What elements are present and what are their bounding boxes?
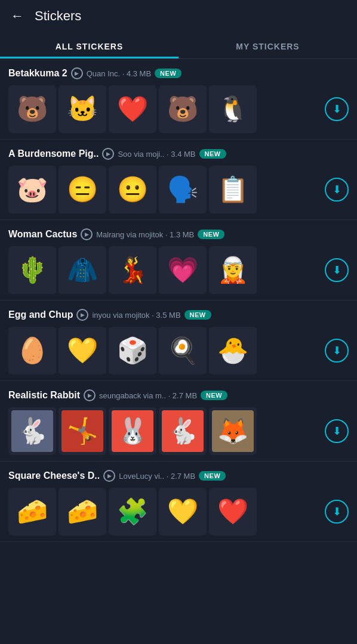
svg-text:🤸: 🤸 (67, 416, 99, 446)
sticker-thumb[interactable]: 🐱 (59, 85, 106, 133)
svg-text:🐇: 🐇 (17, 416, 48, 446)
download-icon: ⬇ (333, 184, 341, 195)
sticker-thumb[interactable]: 🐻 (8, 85, 56, 133)
svg-text:🐻: 🐻 (17, 94, 48, 124)
app-header: ← Stickers (0, 0, 357, 32)
svg-text:💛: 💛 (67, 336, 99, 366)
play-preview-icon[interactable]: ▶ (71, 67, 83, 79)
pack-header: Realistic Rabbit▶seungaback via m.. · 2.… (0, 389, 357, 407)
play-preview-icon[interactable]: ▶ (102, 148, 114, 160)
svg-text:💃: 💃 (117, 255, 149, 285)
sticker-thumb[interactable]: 🌵 (8, 246, 56, 294)
sticker-thumb[interactable]: 🐰 (109, 407, 156, 455)
sticker-thumb[interactable]: 💗 (159, 246, 207, 294)
download-button[interactable]: ⬇ (325, 258, 349, 282)
back-button[interactable]: ← (11, 8, 24, 24)
svg-text:🐧: 🐧 (217, 94, 249, 124)
svg-text:😑: 😑 (67, 175, 99, 205)
sticker-row: 🌵🧥💃💗🧝⬇ (0, 246, 357, 294)
new-badge: NEW (198, 230, 224, 239)
pack-title: A Burdensome Pig.. (8, 148, 99, 159)
sticker-thumb[interactable]: 📋 (209, 166, 257, 213)
sticker-thumb[interactable]: ❤️ (109, 85, 156, 133)
pack-meta: LoveLucy vi.. · 2.7 MB (119, 472, 195, 481)
download-icon: ⬇ (333, 265, 341, 275)
sticker-thumb[interactable]: ❤️ (209, 488, 257, 535)
sticker-thumb[interactable]: 🧀 (59, 488, 106, 535)
svg-text:🐱: 🐱 (67, 94, 99, 124)
sticker-thumb[interactable]: 🐇 (8, 407, 56, 455)
sticker-row: 🐷😑😐🗣️📋⬇ (0, 166, 357, 213)
svg-text:🐣: 🐣 (217, 336, 249, 366)
sticker-thumbnails: 🧀🧀🧩💛❤️ (8, 488, 319, 535)
sticker-pack-square-cheese: Square Cheese's D..▶LoveLucy vi.. · 2.7 … (0, 462, 357, 542)
svg-text:🧀: 🧀 (17, 497, 48, 527)
svg-text:🐻: 🐻 (167, 94, 199, 124)
sticker-thumb[interactable]: 🗣️ (159, 166, 207, 213)
sticker-thumb[interactable]: 🐧 (209, 85, 257, 133)
svg-text:🐰: 🐰 (117, 416, 149, 446)
svg-text:📋: 📋 (217, 175, 249, 205)
sticker-pack-woman-cactus: Woman Cactus▶Malrang via mojitok · 1.3 M… (0, 220, 357, 301)
download-button[interactable]: ⬇ (325, 339, 349, 363)
play-preview-icon[interactable]: ▶ (81, 228, 93, 240)
tab-all-stickers[interactable]: ALL STICKERS (0, 32, 178, 58)
svg-text:🧝: 🧝 (217, 255, 249, 285)
pack-meta: inyou via mojitok · 3.5 MB (92, 311, 180, 320)
sticker-row: 🐇🤸🐰🐇🦊⬇ (0, 407, 357, 455)
sticker-thumb[interactable]: 🧩 (109, 488, 156, 535)
new-badge: NEW (201, 391, 227, 400)
sticker-thumb[interactable]: 🐻 (159, 85, 207, 133)
svg-text:😐: 😐 (117, 175, 149, 205)
pack-header: Woman Cactus▶Malrang via mojitok · 1.3 M… (0, 228, 357, 246)
sticker-thumb[interactable]: 🎲 (109, 327, 156, 374)
svg-text:🧩: 🧩 (117, 497, 149, 527)
sticker-thumb[interactable]: 🐣 (209, 327, 257, 374)
download-button[interactable]: ⬇ (325, 500, 349, 524)
play-preview-icon[interactable]: ▶ (84, 389, 96, 401)
pack-title: Egg and Chup (8, 309, 73, 320)
sticker-thumbnails: 🥚💛🎲🍳🐣 (8, 327, 319, 374)
tab-my-stickers[interactable]: MY STICKERS (178, 32, 357, 58)
pack-header: Betakkuma 2▶Quan Inc. · 4.3 MBNEW (0, 67, 357, 85)
pack-header: Egg and Chup▶inyou via mojitok · 3.5 MBN… (0, 309, 357, 327)
sticker-thumb[interactable]: 🧥 (59, 246, 106, 294)
download-icon: ⬇ (333, 104, 341, 114)
sticker-thumb[interactable]: 💛 (159, 488, 207, 535)
play-preview-icon[interactable]: ▶ (76, 309, 88, 321)
tab-bar: ALL STICKERS MY STICKERS (0, 32, 357, 59)
play-preview-icon[interactable]: ▶ (103, 470, 115, 482)
svg-text:🎲: 🎲 (117, 336, 149, 366)
sticker-thumb[interactable]: 🧀 (8, 488, 56, 535)
sticker-thumb[interactable]: 🤸 (59, 407, 106, 455)
new-badge: NEW (199, 471, 226, 481)
svg-text:🐇: 🐇 (167, 416, 199, 446)
download-icon: ⬇ (333, 426, 341, 436)
sticker-thumb[interactable]: 😐 (109, 166, 156, 213)
svg-text:❤️: ❤️ (217, 497, 249, 527)
pack-header: Square Cheese's D..▶LoveLucy vi.. · 2.7 … (0, 470, 357, 488)
sticker-thumb[interactable]: 💃 (109, 246, 156, 294)
sticker-row: 🧀🧀🧩💛❤️⬇ (0, 488, 357, 535)
new-badge: NEW (184, 310, 211, 320)
sticker-thumb[interactable]: 🐷 (8, 166, 56, 213)
sticker-thumb[interactable]: 🐇 (159, 407, 207, 455)
sticker-thumb[interactable]: 💛 (59, 327, 106, 374)
download-button[interactable]: ⬇ (325, 97, 349, 121)
sticker-list: Betakkuma 2▶Quan Inc. · 4.3 MBNEW🐻🐱❤️🐻🐧⬇… (0, 59, 357, 542)
svg-text:🌵: 🌵 (17, 255, 48, 285)
sticker-pack-egg-chup: Egg and Chup▶inyou via mojitok · 3.5 MBN… (0, 301, 357, 381)
sticker-thumb[interactable]: 🍳 (159, 327, 207, 374)
download-button[interactable]: ⬇ (325, 419, 349, 443)
pack-title: Realistic Rabbit (8, 390, 80, 401)
sticker-thumb[interactable]: 😑 (59, 166, 106, 213)
sticker-thumb[interactable]: 🥚 (8, 327, 56, 374)
pack-title: Square Cheese's D.. (8, 470, 100, 481)
sticker-pack-betakkuma2: Betakkuma 2▶Quan Inc. · 4.3 MBNEW🐻🐱❤️🐻🐧⬇ (0, 59, 357, 140)
sticker-thumb[interactable]: 🧝 (209, 246, 257, 294)
sticker-pack-realistic-rabbit: Realistic Rabbit▶seungaback via m.. · 2.… (0, 381, 357, 462)
page-title: Stickers (35, 8, 81, 24)
download-button[interactable]: ⬇ (325, 178, 349, 202)
sticker-thumbnails: 🌵🧥💃💗🧝 (8, 246, 319, 294)
sticker-thumb[interactable]: 🦊 (209, 407, 257, 455)
